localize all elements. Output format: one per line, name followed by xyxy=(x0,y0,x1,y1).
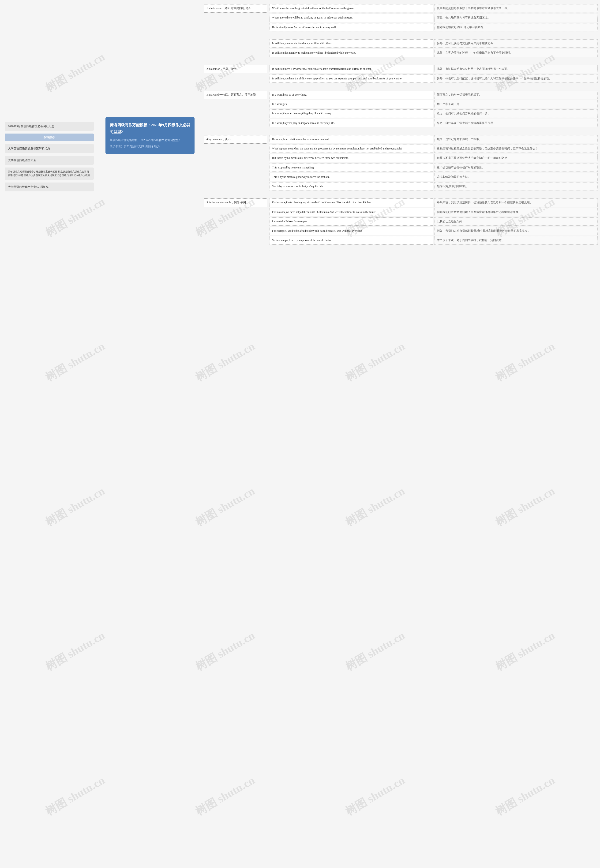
bynomeans-en-3: But that is by no means only difference … xyxy=(270,154,433,162)
section-inaddition1: In addition,you can elect to share your … xyxy=(204,39,598,57)
inaddition1-cn-text-2: 此外，在客户等待的过程中，他们赚钱的能力不会受到阻碍。 xyxy=(437,51,513,54)
whatmore-en-3: He is friendly to us.And what's more,he … xyxy=(270,23,433,32)
bynomeans-en-text-5: This is by no means a good way to solve … xyxy=(272,175,330,178)
sep-1 xyxy=(204,36,598,39)
whatmore-cn-1: 更重要的是他是在多数下手套时最中对区域最最大的一位。 xyxy=(434,4,598,12)
mindmap-container: 1.what's more，另且,更重要的是,另外 What's more,he… xyxy=(204,4,598,249)
inaword-cn-text-1: 简而言之，他对一切都表示积极了。 xyxy=(437,93,482,96)
inaword-cn-text-4: 总之，自行车在日常生活中发挥着重要的作用 xyxy=(437,122,493,124)
watermark-item: 树图 shutu.cn xyxy=(124,262,326,462)
left-sidebar: 2020年9月英语四级作文必备词汇汇总 编辑推荐 大学英语四级真题及答案解析汇总… xyxy=(0,117,98,196)
forinstance-cn-text-5: 举个孩子来说，对于周围的事物，我拥有一定的视觉。 xyxy=(437,239,505,242)
bynomeans-cn-6: 她何不穷,其实她很有钱。 xyxy=(434,182,598,191)
watermark-item: 树图 shutu.cn xyxy=(424,406,600,606)
watermark-item: 树图 shutu.cn xyxy=(0,696,176,868)
page-layout: 树图 shutu.cn 树图 shutu.cn 树图 shutu.cn 树图 s… xyxy=(0,0,600,868)
bynomeans-entry-5: This is by no means a good way to solve … xyxy=(270,173,598,181)
forinstance-entry-4: For example,I used to be afraid to deny … xyxy=(270,227,598,235)
inaword-en-text-4: In a word,bicycles play an important rol… xyxy=(272,122,335,124)
forinstance-pairs: For instance,I hate cleaning my kitchen,… xyxy=(270,198,598,244)
whatmore-cn-2: 而且，公共场所室内将不再设置无烟区域。 xyxy=(434,14,598,22)
forinstance-entry-1: For instance,I hate cleaning my kitchen,… xyxy=(270,198,598,207)
watermark-item: 树图 shutu.cn xyxy=(424,696,600,868)
inaddition2-en-2: In addition,you have the ability to set … xyxy=(270,74,433,83)
forinstance-cn-5: 举个孩子来说，对于周围的事物，我拥有一定的视觉。 xyxy=(434,236,598,244)
inaddition2-label-col: 2.in addition，另外、此外 xyxy=(204,65,270,73)
inaddition1-en-text-2: In addition,the inability to make money … xyxy=(272,51,356,54)
sidebar-extra-link[interactable]: 大学英语四级作文文章550题汇总 xyxy=(5,183,94,191)
bynomeans-cn-text-1: 然而，这些记号并非体现一个标准。 xyxy=(437,138,482,141)
section-bynomeans: 4.by no means，决不 However,these notations… xyxy=(204,135,598,191)
whatmore-entry-1: What's more,he was the greatest distribu… xyxy=(270,4,598,12)
forinstance-keyword: 5.for instance/example，例如/举例 xyxy=(204,198,267,207)
bynomeans-en-text-2: What happens next,when the state and the… xyxy=(272,147,402,150)
forinstance-row: 5.for instance/example，例如/举例 For instanc… xyxy=(204,198,598,244)
inaword-en-2: In a word,yes. xyxy=(270,100,433,108)
inaddition2-en-text-2: In addition,you have the ability to set … xyxy=(272,77,402,80)
inaddition2-en-text-1: In addition,there is evidence that some … xyxy=(272,68,371,70)
forinstance-en-text-3: Let me take Edison for example： xyxy=(272,220,309,223)
inaddition2-cn-text-1: 此外，有证据表明有些材料从一个表面迁移到另一个表面。 xyxy=(437,68,510,70)
bynomeans-cn-text-3: 但是决不是不是这两位经济学者之间唯一的一项差别之处 xyxy=(437,156,507,159)
bynomeans-en-text-4: This proposal by no means is anything. xyxy=(272,166,314,169)
section-whatmore: 1.what's more，另且,更重要的是,另外 What's more,he… xyxy=(204,4,598,32)
forinstance-en-4: For example,I used to be afraid to deny … xyxy=(270,227,433,235)
bynomeans-cn-text-6: 她何不穷,其实她很有钱。 xyxy=(437,185,468,188)
recommend-text: 编辑推荐 xyxy=(44,136,55,139)
whatmore-pairs: What's more,he was the greatest distribu… xyxy=(270,4,598,32)
forinstance-en-5: So for example,I have perceptions of the… xyxy=(270,236,433,244)
bynomeans-cn-5: 这决非解决问题的好办法。 xyxy=(434,173,598,181)
bynomeans-cn-3: 但是决不是不是这两位经济学者之间唯一的一项差别之处 xyxy=(434,154,598,162)
bynomeans-en-1: However,these notations are by no means … xyxy=(270,135,433,144)
inaword-en-text-1: In a word,he is so of everything. xyxy=(272,93,307,96)
inaddition2-entry-2: In addition,you have the ability to set … xyxy=(270,74,598,83)
inaword-en-text-3: In a word,they can do everything they li… xyxy=(272,112,332,115)
bynomeans-cn-text-4: 这个提议绝不会使你任何对此胡说出。 xyxy=(437,166,485,169)
watermark-item: 树图 shutu.cn xyxy=(424,551,600,751)
forinstance-en-text-5: So for example,I have perceptions of the… xyxy=(272,239,332,242)
sidebar-link-3[interactable]: 大学英语四级图文大全 xyxy=(5,156,94,165)
bynomeans-en-4: This proposal by no means is anything. xyxy=(270,163,433,172)
watermark-item: 树图 shutu.cn xyxy=(124,406,326,606)
sep-3 xyxy=(204,87,598,91)
watermark-item: 树图 shutu.cn xyxy=(124,551,326,751)
center-card-sub: 美语四级写作万能模板：2020年9月四级作文必背句型型2 xyxy=(110,138,190,143)
watermark-item: 树图 shutu.cn xyxy=(0,551,176,751)
watermark-item: 树图 shutu.cn xyxy=(274,551,476,751)
whatmore-entry-2: What's more,there will be no smoking in … xyxy=(270,14,598,22)
sidebar-extra-text: 大学英语四级作文文章550题汇总 xyxy=(8,185,49,189)
whatmore-keyword: 1.what's more，另且,更重要的是,另外 xyxy=(204,4,267,13)
inaddition2-cn-2: 另外，你也可以自行配置，这样就可以把个人和工作书签区分开来——如果你想这样做的话… xyxy=(434,74,598,83)
inaword-row: 3.in a word 一句话、总而言之、简单地说 In a word,he i… xyxy=(204,91,598,127)
bynomeans-keyword-text: 4.by no means，决不 xyxy=(206,138,230,141)
whatmore-en-text-3: He is friendly to us.And what's more,he … xyxy=(272,26,336,29)
inaword-en-3: In a word,they can do everything they li… xyxy=(270,109,433,118)
bynomeans-cn-text-5: 这决非解决问题的好办法。 xyxy=(437,175,471,178)
sidebar-bottom-text: 四年级语文阅读理解综合训练题及答案解析汇总 模拟,真题英语六级作文文章四级语词汇… xyxy=(8,170,90,177)
sidebar-link-1[interactable]: 2020年9月英语四级作文必备词汇汇总 xyxy=(5,122,94,131)
bynomeans-keyword: 4.by no means，决不 xyxy=(204,135,267,144)
forinstance-cn-text-1: 举举来说，我讨厌清洁厨房，但我还是意为喜欢看到一个整洁的厨房视觉感。 xyxy=(437,201,532,204)
watermark-item: 树图 shutu.cn xyxy=(124,696,326,868)
inaddition1-en-2: In addition,the inability to make money … xyxy=(270,49,433,57)
bynomeans-cn-1: 然而，这些记号并非体现一个标准。 xyxy=(434,135,598,144)
sidebar-link-text-3: 大学英语四级图文大全 xyxy=(8,159,36,162)
sidebar-link-text-2: 大学英语四级真题及答案解析汇总 xyxy=(8,147,50,150)
bynomeans-pairs: However,these notations are by no means … xyxy=(270,135,598,191)
inaddition1-cn-text-1: 另外，您可以决定与其他的用户共享您的文件 xyxy=(437,42,493,45)
sidebar-bottom-links: 四年级语文阅读理解综合训练题及答案解析汇总 模拟,真题英语六级作文文章四级语词汇… xyxy=(5,168,94,180)
center-card: 英语四级写作万能模板：2020年9月四级作文必背句型型2 美语四级写作万能模板：… xyxy=(106,117,194,154)
forinstance-en-text-2: For instance,we have helped them build 3… xyxy=(272,211,376,213)
inaword-keyword-text: 3.in a word 一句话、总而言之、简单地说 xyxy=(206,93,256,96)
whatmore-en-1: What's more,he was the greatest distribu… xyxy=(270,4,433,12)
forinstance-cn-1: 举举来说，我讨厌清洁厨房，但我还是意为喜欢看到一个整洁的厨房视觉感。 xyxy=(434,198,598,207)
inaddition2-row: 2.in addition，另外、此外 In addition,there is… xyxy=(204,65,598,83)
forinstance-en-3: Let me take Edison for example： xyxy=(270,218,433,225)
forinstance-en-2: For instance,we have helped them build 3… xyxy=(270,208,433,216)
sidebar-link-2[interactable]: 大学英语四级真题及答案解析汇总 xyxy=(5,144,94,153)
forinstance-en-text-1: For instance,I hate cleaning my kitchen,… xyxy=(272,201,372,204)
inaword-en-text-2: In a word,yes. xyxy=(272,103,287,106)
whatmore-en-2: What's more,there will be no smoking in … xyxy=(270,14,433,22)
bynomeans-label-col: 4.by no means，决不 xyxy=(204,135,270,144)
watermark-item: 树图 shutu.cn xyxy=(274,262,476,462)
